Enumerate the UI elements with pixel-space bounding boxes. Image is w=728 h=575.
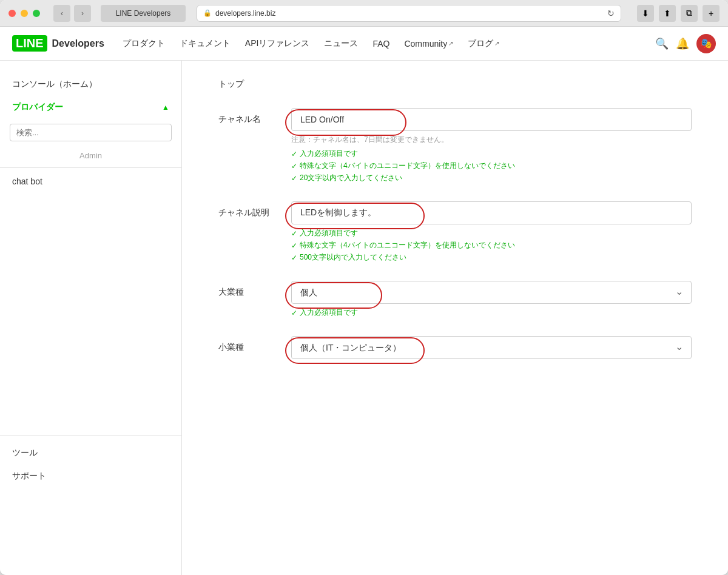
nav-community[interactable]: Community ↗ (404, 39, 453, 49)
nav-docs[interactable]: ドキュメント (180, 38, 231, 49)
window-icon[interactable]: ⧉ (681, 5, 698, 22)
sub-industry-select[interactable]: 個人（IT・コンピュータ） 個人（金融・保険） 個人（教育） (291, 336, 692, 359)
sub-industry-label: 小業種 (218, 336, 279, 353)
share-icon[interactable]: ⬆ (659, 5, 676, 22)
industry-field: 個人 IT・テクノロジー 金融 教育 (291, 281, 692, 304)
channel-desc-field-wrap: ✓ 入力必須項目です ✓ 特殊な文字（4バイトのユニコード文字）を使用しないでく… (291, 201, 692, 263)
main-header: LINE Developers プロダクト ドキュメント APIリファレンス ニ… (0, 27, 728, 61)
lock-icon: 🔒 (203, 9, 212, 17)
check-icon-6: ✓ (291, 254, 297, 262)
logo-line: LINE (12, 35, 47, 52)
channel-name-validations: ✓ 入力必須項目です ✓ 特殊な文字（4バイトのユニコード文字）を使用しないでく… (291, 149, 692, 183)
sidebar-console-home[interactable]: コンソール（ホーム） (0, 73, 181, 96)
check-icon-4: ✓ (291, 229, 297, 238)
nav-news[interactable]: ニュース (324, 38, 358, 49)
form-row-sub-industry: 小業種 個人（IT・コンピュータ） 個人（金融・保険） 個人（教育） (218, 336, 692, 359)
add-tab-icon[interactable]: + (703, 5, 720, 22)
tab-label: LINE Developers (116, 9, 171, 18)
check-icon-3: ✓ (291, 174, 297, 183)
header-actions: 🔍 🔔 🎭 (655, 34, 716, 53)
check-icon-1: ✓ (291, 150, 297, 158)
sidebar-provider-label: プロバイダー (12, 102, 63, 113)
app-window: ‹ › LINE Developers 🔒 developers.line.bi… (0, 0, 728, 575)
nav-items: プロダクト ドキュメント APIリファレンス ニュース FAQ Communit… (123, 38, 637, 49)
url-text: developers.line.biz (215, 9, 275, 18)
check-icon-2: ✓ (291, 162, 297, 170)
logo-area: LINE Developers (12, 35, 104, 52)
back-button[interactable]: ‹ (53, 5, 70, 22)
validation-3: ✓ 20文字以内で入力してください (291, 173, 692, 183)
desc-validation-3: ✓ 500文字以内で入力してください (291, 252, 692, 263)
nav-blog[interactable]: ブログ ↗ (468, 38, 499, 49)
industry-validation-1: ✓ 入力必須項目です (291, 308, 692, 318)
download-icon[interactable]: ⬇ (637, 5, 654, 22)
sidebar-search-input[interactable] (10, 124, 172, 141)
industry-select[interactable]: 個人 IT・テクノロジー 金融 教育 (291, 281, 692, 304)
channel-name-input[interactable] (291, 108, 692, 131)
sidebar-provider[interactable]: プロバイダー ▲ (0, 96, 181, 119)
reload-icon[interactable]: ↻ (607, 8, 615, 18)
desc-validation-1: ✓ 入力必須項目です (291, 228, 692, 238)
desc-validation-2: ✓ 特殊な文字（4バイトのユニコード文字）を使用しないでください (291, 240, 692, 251)
form-row-channel-desc: チャネル説明 ✓ 入力必須項目です ✓ 特殊な文字（4バイトのユニコード文 (218, 201, 692, 263)
sidebar: コンソール（ホーム） プロバイダー ▲ Admin chat bot ツール (0, 61, 182, 575)
industry-validation: ✓ 入力必須項目です (291, 308, 692, 318)
minimize-button[interactable] (21, 10, 28, 17)
bell-button[interactable]: 🔔 (676, 37, 689, 50)
titlebar: ‹ › LINE Developers 🔒 developers.line.bi… (0, 0, 728, 27)
forward-button[interactable]: › (74, 5, 91, 22)
sidebar-search-area (0, 119, 181, 146)
external-link-icon: ↗ (448, 40, 453, 47)
nav-faq[interactable]: FAQ (372, 39, 389, 49)
check-icon-5: ✓ (291, 241, 297, 250)
sidebar-admin-label: Admin (0, 146, 181, 165)
industry-label: 大業種 (218, 281, 279, 298)
sub-industry-field-wrap: 個人（IT・コンピュータ） 個人（金融・保険） 個人（教育） (291, 336, 692, 359)
channel-name-field-wrap: 注意：チャネル名は、7日間は変更できません。 ✓ 入力必須項目です ✓ 特殊な文… (291, 108, 692, 183)
sidebar-bottom: ツール サポート (0, 435, 181, 488)
sidebar-tools[interactable]: ツール (0, 442, 181, 465)
tab: LINE Developers (101, 5, 186, 22)
breadcrumb: トップ (218, 79, 692, 90)
nav-product[interactable]: プロダクト (123, 38, 165, 49)
channel-name-field (291, 108, 692, 131)
channel-name-hint: 注意：チャネル名は、7日間は変更できません。 (291, 135, 692, 145)
avatar[interactable]: 🎭 (696, 34, 716, 53)
search-button[interactable]: 🔍 (655, 37, 669, 50)
app-body: コンソール（ホーム） プロバイダー ▲ Admin chat bot ツール (0, 61, 728, 575)
sidebar-support[interactable]: サポート (0, 465, 181, 488)
industry-field-wrap: 個人 IT・テクノロジー 金融 教育 ✓ 入力必須項目です (291, 281, 692, 318)
form-row-channel-name: チャネル名 注意：チャネル名は、7日間は変更できません。 ✓ 入力必須項目です … (218, 108, 692, 183)
sub-industry-field: 個人（IT・コンピュータ） 個人（金融・保険） 個人（教育） (291, 336, 692, 359)
channel-desc-input[interactable] (291, 201, 692, 224)
close-button[interactable] (8, 10, 16, 17)
sidebar-chatbot-item[interactable]: chat bot (0, 170, 181, 192)
sidebar-divider (0, 167, 181, 168)
external-link-icon-2: ↗ (494, 40, 499, 47)
validation-2: ✓ 特殊な文字（4バイトのユニコード文字）を使用しないでください (291, 161, 692, 171)
form-row-industry: 大業種 個人 IT・テクノロジー 金融 教育 ✓ (218, 281, 692, 318)
logo-developers: Developers (52, 38, 104, 49)
channel-desc-field (291, 201, 692, 224)
main-content: トップ チャネル名 注意：チャネル名は、7日間は変更できません。 ✓ 入力必須項… (182, 61, 728, 575)
channel-desc-label: チャネル説明 (218, 201, 279, 218)
channel-name-label: チャネル名 (218, 108, 279, 125)
maximize-button[interactable] (33, 10, 40, 17)
nav-api[interactable]: APIリファレンス (245, 38, 310, 49)
address-bar[interactable]: 🔒 developers.line.biz ↻ (197, 5, 621, 22)
channel-desc-validations: ✓ 入力必須項目です ✓ 特殊な文字（4バイトのユニコード文字）を使用しないでく… (291, 228, 692, 263)
validation-1: ✓ 入力必須項目です (291, 149, 692, 159)
sidebar-arrow-icon: ▲ (162, 103, 169, 112)
check-icon-7: ✓ (291, 309, 297, 317)
